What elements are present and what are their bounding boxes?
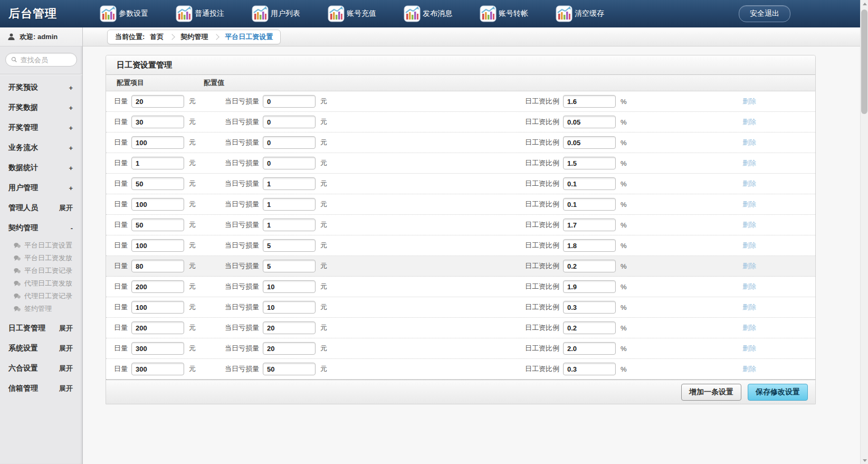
- daily-loss-input[interactable]: [263, 95, 316, 108]
- daily-amount-input[interactable]: [131, 198, 184, 211]
- daily-loss-input[interactable]: [263, 280, 316, 293]
- daily-amount-input[interactable]: [131, 239, 184, 252]
- sidebar-menu-item[interactable]: 开奖预设 +: [0, 78, 82, 98]
- daily-amount-input[interactable]: [131, 260, 184, 272]
- daily-amount-input[interactable]: [131, 177, 184, 190]
- daily-loss-input[interactable]: [263, 342, 316, 355]
- daily-amount-input[interactable]: [131, 95, 184, 108]
- expand-toggle[interactable]: 展开: [59, 364, 73, 373]
- delete-row-link[interactable]: 删除: [742, 179, 756, 188]
- wage-ratio-input[interactable]: [563, 301, 616, 314]
- sidebar-menu-item[interactable]: 用户管理 +: [0, 178, 82, 198]
- expand-toggle[interactable]: +: [69, 104, 73, 112]
- top-nav-item[interactable]: 普通投注: [176, 5, 224, 22]
- daily-loss-input[interactable]: [263, 219, 316, 231]
- wage-ratio-input[interactable]: [563, 157, 616, 169]
- sidebar-submenu-item[interactable]: 代理日工资记录: [0, 290, 82, 302]
- wage-ratio-input[interactable]: [563, 239, 616, 252]
- daily-amount-input[interactable]: [131, 157, 184, 169]
- add-setting-button[interactable]: 增加一条设置: [681, 384, 741, 401]
- sidebar-menu-item[interactable]: 六合设置 展开: [0, 358, 82, 378]
- top-nav-item[interactable]: 账号转帐: [480, 5, 528, 22]
- daily-loss-input[interactable]: [263, 239, 316, 252]
- expand-toggle[interactable]: +: [69, 144, 73, 152]
- top-nav-item[interactable]: 用户列表: [252, 5, 300, 22]
- scrollbar-thumb[interactable]: [861, 10, 867, 114]
- scroll-up-arrow[interactable]: [861, 0, 868, 7]
- wage-ratio-input[interactable]: [563, 219, 616, 231]
- save-settings-button[interactable]: 保存修改设置: [748, 384, 808, 401]
- delete-row-link[interactable]: 删除: [742, 261, 756, 271]
- daily-loss-input[interactable]: [263, 198, 316, 211]
- wage-ratio-input[interactable]: [563, 136, 616, 149]
- daily-amount-input[interactable]: [131, 321, 184, 334]
- page-scrollbar[interactable]: [860, 0, 868, 464]
- sidebar-menu-item[interactable]: 日工资管理 展开: [0, 318, 82, 338]
- sidebar-submenu-item[interactable]: 平台日工资设置: [0, 239, 82, 252]
- sidebar-menu-item[interactable]: 数据统计 +: [0, 158, 82, 178]
- wage-ratio-input[interactable]: [563, 116, 616, 128]
- top-nav-item[interactable]: 发布消息: [404, 5, 452, 22]
- breadcrumb-item[interactable]: 契约管理: [180, 32, 208, 42]
- sidebar-submenu-item[interactable]: 代理日工资发放: [0, 277, 82, 290]
- delete-row-link[interactable]: 删除: [742, 364, 756, 374]
- expand-toggle[interactable]: 展开: [59, 344, 73, 353]
- daily-amount-input[interactable]: [131, 301, 184, 314]
- wage-ratio-input[interactable]: [563, 363, 616, 375]
- top-nav-item[interactable]: 清空缓存: [556, 5, 604, 22]
- sidebar-submenu-item[interactable]: 平台日工资记录: [0, 264, 82, 277]
- wage-ratio-input[interactable]: [563, 198, 616, 211]
- delete-row-link[interactable]: 删除: [742, 344, 756, 353]
- top-nav-item[interactable]: 账号充值: [328, 5, 376, 22]
- sidebar-menu-item[interactable]: 契约管理 -: [0, 218, 82, 238]
- delete-row-link[interactable]: 删除: [742, 323, 756, 333]
- sidebar-menu-item[interactable]: 系统设置 展开: [0, 338, 82, 358]
- delete-row-link[interactable]: 删除: [742, 200, 756, 209]
- wage-ratio-input[interactable]: [563, 342, 616, 355]
- wage-ratio-input[interactable]: [563, 321, 616, 334]
- expand-toggle[interactable]: +: [69, 164, 73, 172]
- wage-ratio-input[interactable]: [563, 260, 616, 272]
- delete-row-link[interactable]: 删除: [742, 302, 756, 312]
- daily-loss-input[interactable]: [263, 363, 316, 375]
- sidebar-submenu-item[interactable]: 签约管理: [0, 302, 82, 315]
- expand-toggle[interactable]: -: [71, 224, 73, 232]
- daily-loss-input[interactable]: [263, 301, 316, 314]
- daily-amount-input[interactable]: [131, 136, 184, 149]
- wage-ratio-input[interactable]: [563, 177, 616, 190]
- breadcrumb-item[interactable]: 平台日工资设置: [225, 32, 273, 42]
- expand-toggle[interactable]: +: [69, 84, 73, 92]
- sidebar-menu-item[interactable]: 管理人员 展开: [0, 198, 82, 218]
- delete-row-link[interactable]: 删除: [742, 117, 756, 127]
- wage-ratio-input[interactable]: [563, 95, 616, 108]
- daily-loss-input[interactable]: [263, 136, 316, 149]
- delete-row-link[interactable]: 删除: [742, 158, 756, 168]
- expand-toggle[interactable]: 展开: [59, 324, 73, 333]
- daily-amount-input[interactable]: [131, 219, 184, 231]
- sidebar-menu-item[interactable]: 开奖管理 +: [0, 118, 82, 138]
- daily-amount-input[interactable]: [131, 363, 184, 375]
- delete-row-link[interactable]: 删除: [742, 138, 756, 147]
- daily-amount-input[interactable]: [131, 280, 184, 293]
- daily-amount-input[interactable]: [131, 116, 184, 128]
- daily-loss-input[interactable]: [263, 321, 316, 334]
- delete-row-link[interactable]: 删除: [742, 220, 756, 230]
- expand-toggle[interactable]: +: [69, 124, 73, 132]
- daily-loss-input[interactable]: [263, 116, 316, 128]
- member-search-input[interactable]: [21, 56, 71, 64]
- wage-ratio-input[interactable]: [563, 280, 616, 293]
- delete-row-link[interactable]: 删除: [742, 241, 756, 250]
- sidebar-menu-item[interactable]: 业务流水 +: [0, 138, 82, 158]
- delete-row-link[interactable]: 删除: [742, 97, 756, 106]
- daily-loss-input[interactable]: [263, 260, 316, 272]
- breadcrumb-item[interactable]: 首页: [150, 32, 164, 42]
- sidebar-submenu-item[interactable]: 平台日工资发放: [0, 252, 82, 264]
- expand-toggle[interactable]: +: [69, 184, 73, 192]
- top-nav-item[interactable]: 参数设置: [100, 5, 148, 22]
- sidebar-menu-item[interactable]: 信箱管理 展开: [0, 378, 82, 399]
- expand-toggle[interactable]: 展开: [59, 203, 73, 213]
- daily-loss-input[interactable]: [263, 177, 316, 190]
- daily-amount-input[interactable]: [131, 342, 184, 355]
- logout-button[interactable]: 安全退出: [739, 5, 790, 22]
- delete-row-link[interactable]: 删除: [742, 282, 756, 291]
